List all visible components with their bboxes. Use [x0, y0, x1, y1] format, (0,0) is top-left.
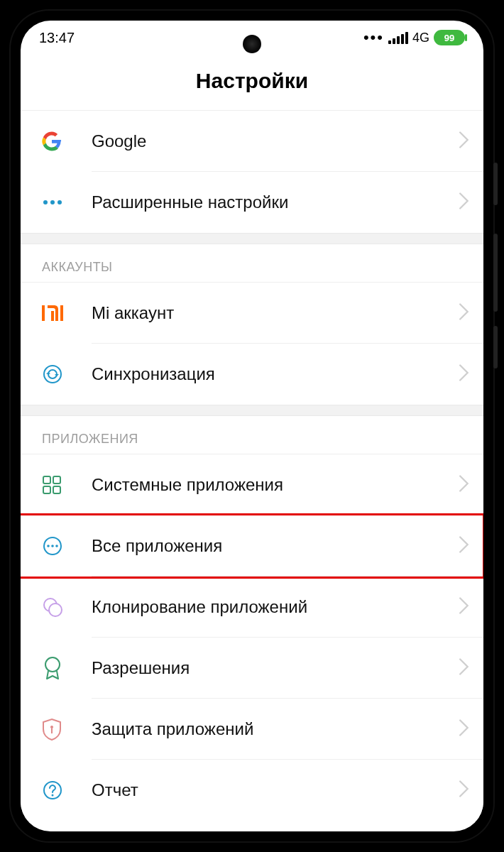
- svg-rect-10: [43, 486, 50, 493]
- svg-point-22: [52, 794, 54, 797]
- svg-rect-9: [53, 476, 60, 484]
- svg-rect-20: [51, 728, 53, 733]
- more-icon: [42, 200, 92, 205]
- chevron-right-icon: [459, 192, 469, 212]
- chevron-right-icon: [459, 719, 469, 739]
- front-camera: [243, 35, 261, 53]
- settings-row-mi-account[interactable]: Mi аккаунт: [21, 283, 483, 344]
- chevron-right-icon: [459, 597, 469, 617]
- shield-icon: [42, 718, 92, 741]
- mi-icon: [42, 305, 92, 321]
- svg-marker-6: [46, 372, 50, 374]
- side-button: [493, 326, 498, 368]
- phone-frame: 13:47 ••• 4G 99 Настройки: [11, 11, 493, 841]
- chevron-right-icon: [459, 780, 469, 800]
- svg-point-0: [43, 200, 48, 204]
- row-label: Разрешения: [92, 658, 459, 678]
- page-title: Настройки: [21, 69, 483, 93]
- status-time: 13:47: [39, 30, 75, 46]
- signal-icon: [388, 31, 408, 44]
- clone-icon: [42, 596, 92, 618]
- question-icon: [42, 780, 92, 801]
- row-label: Системные приложения: [92, 475, 459, 495]
- row-label: Синхронизация: [92, 364, 459, 384]
- screen: 13:47 ••• 4G 99 Настройки: [21, 21, 483, 831]
- chevron-right-icon: [459, 131, 469, 151]
- battery-level: 99: [444, 33, 454, 43]
- svg-rect-11: [53, 486, 60, 493]
- row-label: Все приложения: [92, 536, 459, 556]
- settings-row-sync[interactable]: Синхронизация: [21, 344, 483, 405]
- row-label: Расширенные настройки: [92, 192, 459, 212]
- svg-rect-3: [51, 311, 54, 321]
- google-icon: [42, 131, 92, 151]
- settings-row-advanced[interactable]: Расширенные настройки: [21, 172, 483, 233]
- chevron-right-icon: [459, 475, 469, 495]
- svg-point-15: [55, 545, 58, 547]
- svg-point-14: [51, 545, 54, 547]
- row-label: Клонирование приложений: [92, 597, 459, 617]
- title-bar: Настройки: [21, 55, 483, 110]
- grid-icon: [42, 475, 92, 495]
- settings-row-google[interactable]: Google: [21, 111, 483, 172]
- settings-row-clone-apps[interactable]: Клонирование приложений: [21, 577, 483, 638]
- status-dots-icon: •••: [363, 28, 384, 47]
- chevron-right-icon: [459, 536, 469, 556]
- svg-marker-7: [55, 374, 59, 376]
- section-header-apps: ПРИЛОЖЕНИЯ: [21, 416, 483, 454]
- svg-rect-4: [60, 305, 63, 321]
- chevron-right-icon: [459, 658, 469, 678]
- chevron-right-icon: [459, 303, 469, 323]
- svg-point-2: [57, 200, 62, 204]
- svg-point-18: [45, 657, 60, 672]
- row-label: Отчет: [92, 780, 459, 800]
- settings-row-system-apps[interactable]: Системные приложения: [21, 454, 483, 515]
- svg-point-13: [47, 545, 50, 547]
- settings-row-app-protect[interactable]: Защита приложений: [21, 699, 483, 760]
- settings-row-report[interactable]: Отчет: [21, 760, 483, 821]
- settings-row-permissions[interactable]: Разрешения: [21, 638, 483, 699]
- network-label: 4G: [412, 31, 429, 45]
- svg-point-17: [49, 604, 62, 616]
- chevron-right-icon: [459, 364, 469, 384]
- circle-more-icon: [42, 535, 92, 557]
- svg-rect-8: [43, 476, 50, 484]
- section-header-accounts: АККАУНТЫ: [21, 244, 483, 282]
- svg-point-1: [50, 200, 55, 204]
- side-button: [493, 163, 498, 205]
- row-label: Mi аккаунт: [92, 303, 459, 323]
- svg-point-19: [50, 726, 53, 728]
- battery-icon: 99: [434, 30, 465, 45]
- side-button: [493, 234, 498, 312]
- row-label: Защита приложений: [92, 719, 459, 739]
- settings-row-all-apps[interactable]: Все приложения: [21, 515, 483, 577]
- sync-icon: [42, 364, 92, 385]
- row-label: Google: [92, 131, 459, 151]
- badge-icon: [42, 656, 92, 680]
